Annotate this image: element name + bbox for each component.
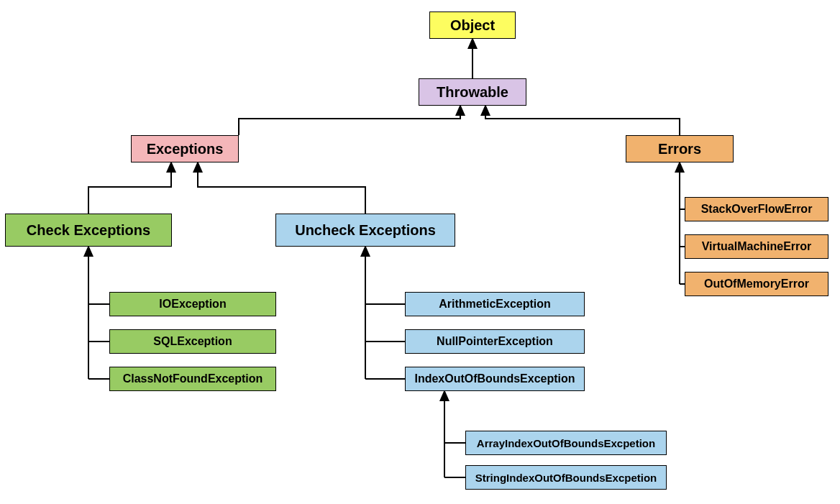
- node-oomerror: OutOfMemoryError: [685, 272, 828, 296]
- node-classnotfound: ClassNotFoundException: [109, 367, 276, 391]
- edge-errors-to-throwable: [485, 106, 680, 135]
- edge-uncheck-to-exceptions: [198, 162, 365, 214]
- node-indexoutofbounds: IndexOutOfBoundsException: [405, 367, 585, 391]
- node-nullpointer: NullPointerException: [405, 329, 585, 354]
- node-vmerror: VirtualMachineError: [685, 234, 828, 259]
- node-ioexception: IOException: [109, 292, 276, 316]
- node-check: Check Exceptions: [5, 214, 172, 247]
- node-arithmetic: ArithmeticException: [405, 292, 585, 316]
- node-arrayindex: ArrayIndexOutOfBoundsExcpetion: [465, 431, 667, 455]
- node-uncheck: Uncheck Exceptions: [275, 214, 455, 247]
- node-sqlexception: SQLException: [109, 329, 276, 354]
- node-throwable: Throwable: [419, 78, 526, 106]
- edge-check-to-exceptions: [88, 162, 171, 214]
- node-object: Object: [429, 12, 516, 39]
- node-exceptions: Exceptions: [131, 135, 239, 162]
- node-stackoverflow: StackOverFlowError: [685, 197, 828, 221]
- diagram-stage: ObjectThrowableExceptionsErrorsCheck Exc…: [0, 0, 840, 504]
- edge-exceptions-to-throwable: [239, 106, 460, 135]
- node-errors: Errors: [626, 135, 734, 162]
- node-stringindex: StringIndexOutOfBoundsExcpetion: [465, 465, 667, 490]
